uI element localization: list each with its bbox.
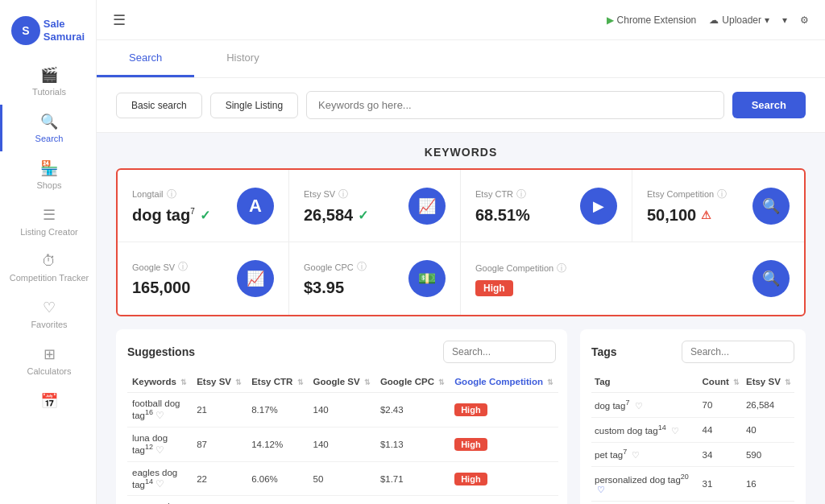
sidebar-item-label: Shops <box>36 180 61 190</box>
sort-sv-icon[interactable]: ⇅ <box>785 378 791 386</box>
sidebar-item-calendar[interactable]: 📅 <box>0 384 96 418</box>
sv-cell: 87 <box>192 427 247 461</box>
sort-icon[interactable]: ⇅ <box>180 378 187 386</box>
comp-cell: High <box>450 393 558 428</box>
search-section: Basic search Single Listing Search <box>97 78 825 133</box>
keyword-input-wrap <box>306 91 724 119</box>
etsy-sv-cell: 590 <box>743 442 794 467</box>
search-circle-icon: 🔍 <box>762 197 780 215</box>
uploader-button[interactable]: ☁ Uploader ▾ <box>709 14 769 26</box>
google-cpc-label: Google CPC <box>304 262 354 272</box>
gsv-cell: 170 <box>309 496 375 504</box>
gsv-cell: 50 <box>309 461 375 496</box>
sort-icon-gsv[interactable]: ⇅ <box>364 378 371 386</box>
etsy-sv-icon-circle: 📈 <box>408 188 446 225</box>
heart-icon[interactable]: ♡ <box>155 410 164 421</box>
sidebar-item-listing-creator[interactable]: ☰ Listing Creator <box>0 198 96 245</box>
etsy-sv-label: Etsy SV <box>304 189 335 199</box>
count-cell: 34 <box>699 442 743 467</box>
info-icon-sv[interactable]: ⓘ <box>338 188 348 201</box>
sidebar-item-label: Favorites <box>31 320 67 329</box>
sidebar-item-shops[interactable]: 🏪 Shops <box>0 151 96 198</box>
sidebar-item-label: Calculators <box>27 366 71 376</box>
sidebar-item-favorites[interactable]: ♡ Favorites <box>0 291 96 337</box>
header-right: ▶ Chrome Extension ☁ Uploader ▾ ▾ ⚙ <box>607 14 809 26</box>
tag-heart-icon[interactable]: ♡ <box>671 426 679 436</box>
sidebar-item-search[interactable]: 🔍 Search <box>0 105 96 151</box>
google-competition-icon-circle: 🔍 <box>752 260 790 297</box>
tag-name: custom dog tag14 <box>595 426 666 436</box>
suggestions-title: Suggestions <box>127 345 195 358</box>
sort-icon-ctr[interactable]: ⇅ <box>297 378 304 386</box>
play-icon: ▶ <box>607 14 614 26</box>
chevron-icon: ▾ <box>782 14 787 26</box>
etsy-sv-value: 26,584 <box>304 206 353 225</box>
sidebar-item-label: Competition Tracker <box>10 273 89 283</box>
etsy-competition-icon-circle: 🔍 <box>752 188 790 225</box>
cpc-cell: $0.90 <box>375 496 450 504</box>
hamburger-button[interactable]: ☰ <box>113 11 126 29</box>
sidebar-item-label: Search <box>35 134 64 143</box>
info-icon[interactable]: ⓘ <box>167 188 176 201</box>
sort-icon-gcomp[interactable]: ⇅ <box>547 378 553 386</box>
logo-text: SaleSamurai <box>44 18 85 43</box>
heart-icon[interactable]: ♡ <box>155 478 164 490</box>
tag-heart-icon[interactable]: ♡ <box>632 450 640 460</box>
info-icon-comp[interactable]: ⓘ <box>717 188 727 201</box>
sort-count-icon[interactable]: ⇅ <box>733 378 740 386</box>
tags-search-input[interactable] <box>682 341 794 363</box>
tab-history[interactable]: History <box>194 40 291 77</box>
tags-search-wrap <box>682 341 794 363</box>
google-sv-icon-circle: 📈 <box>237 260 274 297</box>
kw-cell: eagles dog tag14♡ <box>127 461 192 496</box>
tutorials-icon: 🎬 <box>40 66 58 84</box>
sv-cell: 41 <box>192 496 247 504</box>
chrome-extension-button[interactable]: ▶ Chrome Extension <box>607 14 697 26</box>
sidebar-item-competition-tracker[interactable]: ⏱ Competition Tracker <box>0 245 96 291</box>
sidebar-item-calculators[interactable]: ⊞ Calculators <box>0 337 96 384</box>
check-icon-sv: ✓ <box>358 208 368 223</box>
kw-card-etsy-competition: Etsy Competition ⓘ 50,100 ⚠ 🔍 <box>632 170 804 242</box>
tag-heart-icon[interactable]: ♡ <box>635 401 643 411</box>
tag-col-tag: Tag <box>591 371 699 393</box>
info-icon-gsv[interactable]: ⓘ <box>178 260 188 274</box>
settings-button[interactable]: ⚙ <box>800 14 809 26</box>
dropdown-button[interactable]: ▾ <box>782 14 787 26</box>
kw-cell: luna dog tag12♡ <box>127 427 192 461</box>
keywords-title: KEYWORDS <box>116 146 806 159</box>
tag-col-count: Count ⇅ <box>699 371 743 393</box>
cpc-cell: $1.71 <box>375 461 450 496</box>
count-cell: 44 <box>699 417 743 442</box>
info-icon-cpc[interactable]: ⓘ <box>357 260 367 274</box>
tab-search[interactable]: Search <box>97 40 194 77</box>
keyword-input[interactable] <box>306 91 724 119</box>
search-button[interactable]: Search <box>732 92 806 118</box>
col-etsy-sv: Etsy SV ⇅ <box>192 371 247 393</box>
tag-cell: dog tag7 ♡ <box>591 393 699 418</box>
sidebar-item-tutorials[interactable]: 🎬 Tutorials <box>0 58 96 105</box>
basic-search-button[interactable]: Basic search <box>116 93 202 118</box>
tag-heart-icon[interactable]: ♡ <box>597 485 605 494</box>
sidebar-item-label: Tutorials <box>32 87 66 97</box>
kw-card-google-cpc: Google CPC ⓘ $3.95 💵 <box>289 242 461 315</box>
kw-card-etsy-ctr: Etsy CTR ⓘ 68.51% ▶ <box>461 170 632 242</box>
google-cpc-icon-circle: 💵 <box>408 260 446 297</box>
single-listing-button[interactable]: Single Listing <box>210 93 298 118</box>
suggestions-table: Keywords ⇅ Etsy SV ⇅ Etsy CTR ⇅ Google S… <box>127 371 558 504</box>
suggestions-search-input[interactable] <box>443 341 556 363</box>
info-icon-ctr[interactable]: ⓘ <box>516 188 526 201</box>
etsy-sv-cell: 26,584 <box>743 393 794 418</box>
comp-cell: High <box>450 461 558 496</box>
heart-icon[interactable]: ♡ <box>155 444 164 456</box>
etsy-ctr-value: 68.51% <box>475 206 530 225</box>
ctr-cell: 8.17% <box>247 393 308 428</box>
sort-icon-cpc[interactable]: ⇅ <box>438 378 445 386</box>
listing-icon: ☰ <box>43 206 56 224</box>
table-row: dog tag7 ♡ 70 26,584 <box>591 393 794 418</box>
sidebar-item-label: Listing Creator <box>20 227 78 237</box>
sort-icon-sv[interactable]: ⇅ <box>235 378 242 386</box>
ctr-cell: 6.06% <box>247 461 308 496</box>
high-badge: High <box>454 473 487 485</box>
header-left: ☰ <box>113 11 126 29</box>
info-icon-gcomp[interactable]: ⓘ <box>557 262 566 275</box>
